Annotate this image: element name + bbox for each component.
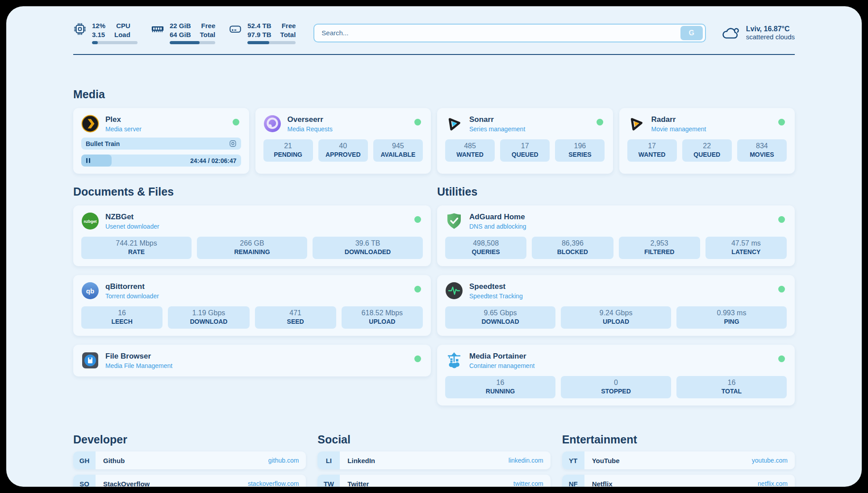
bookmark-stackoverflow[interactable]: SO StackOverflow stackoverflow.com — [73, 475, 306, 487]
stat-value: 2,953 — [621, 239, 698, 247]
app-card-plex[interactable]: Plex Media server Bullet Train 24:44 / 0… — [73, 108, 249, 174]
app-subtitle: Speedtest Tracking — [469, 292, 523, 300]
app-card-qbittorrent[interactable]: qb qBittorrent Torrent downloader 16LEEC… — [73, 275, 431, 336]
app-card-sonarr[interactable]: Sonarr Series management 485WANTED 17QUE… — [437, 108, 613, 174]
app-card-overseerr[interactable]: Overseerr Media Requests 21PENDING 40APP… — [255, 108, 431, 174]
stat-label: PING — [678, 318, 785, 325]
section-heading-developer: Developer — [73, 433, 306, 446]
bookmark-twitter[interactable]: TW Twitter twitter.com — [317, 475, 550, 487]
stat-value: 9.65 Gbps — [447, 309, 554, 317]
app-card-nzbget[interactable]: nzbget NZBGet Usenet downloader 744.21 M… — [73, 205, 431, 266]
stat-label: QUEUED — [684, 151, 730, 158]
cloud-icon — [721, 25, 741, 41]
status-dot — [778, 355, 785, 362]
section-heading-social: Social — [317, 433, 550, 446]
header-divider — [73, 54, 795, 55]
status-dot — [778, 286, 785, 292]
bookmark-name: LinkedIn — [347, 457, 375, 464]
ram-label-2: Total — [200, 30, 216, 39]
app-card-portainer[interactable]: Media Portainer Container management 16R… — [437, 345, 795, 405]
app-card-speedtest[interactable]: Speedtest Speedtest Tracking 9.65 GbpsDO… — [437, 275, 795, 336]
stat-label: LEECH — [83, 318, 161, 325]
stat-label: FILTERED — [621, 248, 698, 255]
bookmark-youtube[interactable]: YT YouTube youtube.com — [562, 451, 795, 469]
app-card-filebrowser[interactable]: File Browser Media File Management — [73, 345, 431, 376]
search-engine-button[interactable]: G — [680, 26, 703, 40]
app-title: Speedtest — [469, 282, 523, 291]
stat-value: 22 — [684, 142, 730, 150]
now-playing-row: Bullet Train — [81, 138, 241, 150]
stat-label: QUERIES — [447, 248, 525, 255]
stat-cell: 945AVAILABLE — [373, 139, 423, 162]
ram-label-1: Free — [200, 21, 216, 30]
session-icon — [229, 140, 237, 147]
cpu-widget: 12%3.15 CPULoad — [73, 21, 138, 44]
stat-value: 17 — [629, 142, 675, 150]
search-input[interactable] — [321, 29, 680, 37]
cpu-icon — [73, 22, 87, 36]
ram-value-2: 64 GiB — [170, 30, 191, 39]
disk-value-2: 97.9 TB — [247, 30, 271, 39]
stat-value: 744.21 Mbps — [83, 239, 190, 247]
stat-cell: 834MOVIES — [737, 139, 787, 162]
system-stats: 12%3.15 CPULoad 22 GiB64 GiB FreeTotal — [73, 21, 296, 44]
stat-label: RUNNING — [447, 388, 554, 395]
stat-label: TOTAL — [678, 388, 785, 395]
app-subtitle: Media File Management — [105, 362, 172, 369]
app-subtitle: Container management — [469, 362, 534, 369]
status-dot — [778, 216, 785, 223]
sonarr-icon — [445, 115, 463, 133]
cpu-value-1: 12% — [92, 21, 105, 30]
disk-widget: 52.4 TB97.9 TB FreeTotal — [229, 21, 296, 44]
portainer-icon — [445, 351, 463, 369]
stat-value: 0 — [563, 379, 669, 387]
stat-label: WANTED — [629, 151, 675, 158]
app-title: File Browser — [105, 352, 172, 361]
app-title: NZBGet — [105, 213, 159, 221]
stat-cell: 17QUEUED — [500, 139, 550, 162]
stat-label: LATENCY — [707, 248, 785, 255]
app-title: Overseerr — [288, 115, 333, 124]
stat-cell: 2,953FILTERED — [619, 237, 700, 259]
filebrowser-icon — [81, 351, 99, 369]
bookmark-linkedin[interactable]: LI LinkedIn linkedin.com — [317, 451, 550, 469]
app-subtitle: Torrent downloader — [105, 292, 159, 300]
disk-label-1: Free — [280, 21, 296, 30]
bookmark-netflix[interactable]: NF Netflix netflix.com — [562, 475, 795, 487]
ram-widget: 22 GiB64 GiB FreeTotal — [151, 21, 215, 44]
app-card-radarr[interactable]: Radarr Movie management 17WANTED 22QUEUE… — [619, 108, 795, 174]
bookmark-column-entertainment: Entertainment YT YouTube youtube.com NF … — [562, 433, 795, 487]
app-card-adguard[interactable]: AdGuard Home DNS and adblocking 498,508Q… — [437, 205, 795, 266]
bookmark-column-social: Social LI LinkedIn linkedin.com TW Twitt… — [317, 433, 550, 487]
stat-value: 40 — [320, 142, 366, 150]
search-bar: G — [313, 24, 705, 42]
stat-label: BLOCKED — [534, 248, 611, 255]
stat-value: 16 — [447, 379, 554, 387]
stat-label: DOWNLOAD — [170, 318, 247, 325]
app-subtitle: Media server — [105, 125, 142, 133]
status-dot — [414, 119, 421, 125]
section-heading-utilities: Utilities — [437, 185, 795, 198]
bookmark-abbr: GH — [73, 451, 96, 469]
bookmark-name: Twitter — [347, 480, 369, 487]
bookmark-name: YouTube — [592, 457, 620, 464]
bookmark-github[interactable]: GH Github github.com — [73, 451, 306, 469]
disk-value-1: 52.4 TB — [247, 21, 271, 30]
section-heading-entertainment: Entertainment — [562, 433, 795, 446]
stat-label: DOWNLOAD — [447, 318, 554, 325]
stat-cell: 196SERIES — [555, 139, 605, 162]
stat-label: UPLOAD — [343, 318, 421, 325]
cpu-label-2: Load — [114, 30, 130, 39]
stat-cell: 0.993 msPING — [676, 306, 787, 329]
app-title: Media Portainer — [469, 352, 534, 361]
nzbget-icon-text: nzbget — [84, 219, 97, 224]
now-playing-title: Bullet Train — [86, 140, 120, 147]
stat-label: REMAINING — [199, 248, 305, 255]
app-subtitle: Series management — [469, 125, 525, 133]
bookmark-abbr: SO — [73, 475, 96, 487]
cpu-label-1: CPU — [114, 21, 130, 30]
stat-cell: 17WANTED — [627, 139, 677, 162]
section-heading-documents: Documents & Files — [73, 185, 431, 198]
stat-label: SERIES — [557, 151, 603, 158]
status-dot — [597, 119, 603, 125]
